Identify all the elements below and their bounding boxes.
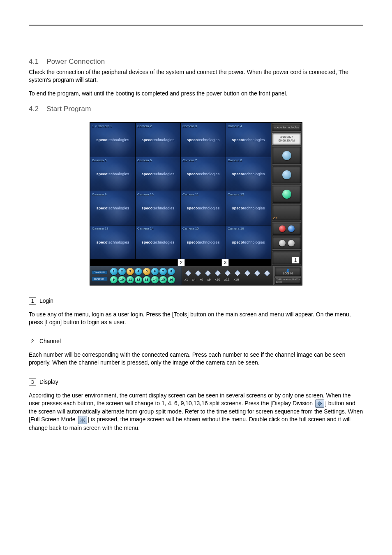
camera-watermark: specotechnologies [181, 172, 226, 176]
channel-heading: CHANNEL [92, 270, 108, 274]
camera-cell[interactable]: Camera 2specotechnologies [136, 123, 180, 157]
camera-cell[interactable]: 1 < Camera 1specotechnologies [90, 123, 135, 157]
channel-button[interactable]: 13 [143, 276, 150, 283]
camera-cell[interactable]: Camera 10specotechnologies [136, 191, 180, 225]
camera-label: Camera 9 [92, 193, 106, 196]
channel-button[interactable]: 10 [118, 276, 126, 283]
login-button[interactable]: 👤 LOG IN [274, 267, 301, 276]
channel-button[interactable]: 12 [135, 276, 142, 283]
record-icon[interactable] [279, 225, 286, 232]
section-number: 4.1 [29, 58, 39, 65]
login-panel: 👤 LOG IN DVR Location: BotCor guest [273, 266, 302, 285]
camera-label: Camera 15 [182, 227, 199, 230]
channel-button[interactable]: 9 [110, 276, 118, 283]
channel-button[interactable]: 4 [135, 268, 142, 275]
channel-buttons: 12345678910111213141516 [110, 268, 175, 283]
full-screen-icon[interactable] [263, 269, 271, 277]
header-rule [29, 25, 363, 26]
camera-label: Camera 4 [228, 124, 242, 128]
refresh-icon[interactable] [279, 240, 286, 246]
split-screen-button[interactable] [194, 269, 202, 277]
camera-cell[interactable]: Camera 16specotechnologies [226, 225, 271, 259]
channel-button[interactable]: 14 [151, 276, 159, 283]
camera-watermark: specotechnologies [226, 240, 271, 244]
camera-cell[interactable]: Camera 12specotechnologies [226, 191, 271, 225]
record-buttons[interactable] [272, 222, 301, 235]
channel-button[interactable]: 1 [110, 268, 118, 275]
camera-cell[interactable]: Camera 8specotechnologies [226, 157, 271, 191]
svg-marker-7 [254, 270, 260, 276]
camera-label: Camera 13 [92, 227, 108, 230]
layout-button[interactable] [272, 146, 301, 165]
section-title: Start Program [46, 105, 91, 113]
camera-cell[interactable]: Camera 14specotechnologies [136, 225, 180, 259]
channel-button[interactable]: 6 [151, 268, 159, 275]
side-panel: speco technologies 3/15/2007 09:06:30 AM… [271, 123, 302, 266]
channel-button[interactable]: 8 [168, 268, 175, 275]
section-4-1-heading: 4.1 Power Connection [29, 58, 363, 66]
channel-button[interactable]: 5 [143, 268, 150, 275]
camera-cell[interactable]: Camera 5specotechnologies [90, 157, 135, 191]
camera-cell[interactable]: Camera 4specotechnologies [226, 123, 271, 157]
channel-button[interactable]: 16 [168, 276, 175, 283]
split-screen-button[interactable] [244, 269, 251, 277]
channel-button[interactable]: 2 [118, 268, 126, 275]
camera-cell[interactable]: Camera 13specotechnologies [90, 225, 135, 259]
camera-watermark: specotechnologies [90, 138, 135, 142]
camera-label: Camera 14 [137, 227, 154, 230]
camera-label: Camera 10 [137, 193, 154, 196]
sensor-heading: SENSOR [92, 277, 108, 281]
callout-3: 3 [221, 259, 229, 266]
camera-cell[interactable]: Camera 9specotechnologies [90, 191, 135, 225]
split-panel: x1x4x6x9x10x13x16 3 [182, 266, 273, 285]
camera-watermark: specotechnologies [226, 206, 271, 210]
user-info: DVR Location: BotCor guest [274, 277, 301, 284]
camera-cell[interactable]: Camera 3specotechnologies [181, 123, 226, 157]
display-callout-paragraph: 3 Display [29, 378, 363, 386]
tools-button[interactable] [272, 185, 301, 203]
section-number: 4.2 [29, 105, 39, 113]
camera-watermark: specotechnologies [226, 172, 271, 176]
camera-label: Camera 12 [228, 193, 244, 196]
channel-button[interactable]: 7 [159, 268, 167, 275]
split-label: x6 [200, 278, 203, 281]
camera-label: Camera 3 [182, 124, 197, 128]
split-screen-button[interactable] [204, 269, 212, 277]
svg-marker-9 [318, 402, 322, 406]
stop-icon[interactable] [288, 225, 295, 232]
split-screen-button[interactable] [234, 269, 241, 277]
channel-button[interactable]: 15 [159, 276, 167, 283]
split-screen-button[interactable] [184, 269, 192, 277]
svg-marker-5 [235, 270, 240, 276]
callout-2: 2 [178, 259, 185, 266]
split-screen-button[interactable] [214, 269, 221, 277]
playback-button[interactable] [272, 166, 301, 184]
camera-label: Camera 16 [228, 227, 244, 230]
camera-watermark: specotechnologies [136, 240, 180, 244]
camera-watermark: specotechnologies [90, 172, 135, 176]
camera-label: Camera 8 [228, 158, 242, 162]
power-paragraph-2: To end the program, wait until the booti… [29, 90, 363, 98]
settings-icon[interactable] [288, 240, 295, 246]
svg-marker-1 [195, 270, 201, 276]
camera-cell[interactable]: Camera 6specotechnologies [136, 157, 180, 191]
svg-marker-0 [185, 270, 191, 276]
camera-label: Camera 2 [137, 124, 152, 128]
camera-watermark: specotechnologies [226, 138, 271, 142]
camera-watermark: specotechnologies [181, 206, 226, 210]
camera-watermark: specotechnologies [136, 138, 180, 142]
split-screen-button[interactable] [224, 269, 231, 277]
display-division-icon[interactable] [254, 269, 261, 277]
login-callout-paragraph: 1 Login [29, 297, 363, 305]
bottom-bar: CHANNEL SENSOR 12345678910111213141516 2… [90, 266, 302, 285]
camera-cell[interactable]: Camera 11specotechnologies [181, 191, 226, 225]
channel-button[interactable]: 3 [127, 268, 134, 275]
util-buttons[interactable] [272, 237, 301, 250]
svg-marker-8 [264, 270, 270, 276]
camera-cell[interactable]: Camera 7specotechnologies [181, 157, 226, 191]
camera-label: Camera 6 [137, 158, 152, 162]
camera-label: Camera 5 [92, 158, 106, 162]
camera-cell[interactable]: Camera 15specotechnologies [181, 225, 226, 259]
camera-grid: 1 < Camera 1specotechnologiesCamera 2spe… [90, 123, 271, 266]
channel-button[interactable]: 11 [127, 276, 134, 283]
